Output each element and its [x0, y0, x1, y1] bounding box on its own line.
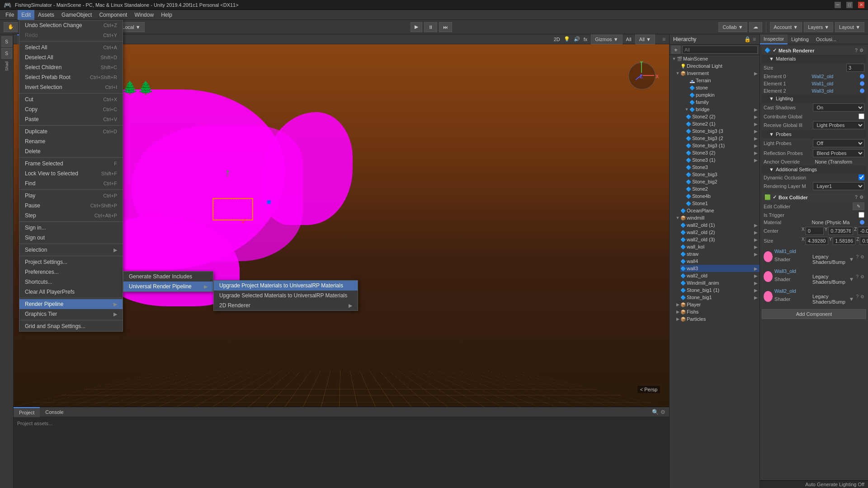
bc-settings[interactable]: ⚙: [859, 195, 863, 200]
close-button[interactable]: ✕: [858, 2, 864, 8]
menu-undo[interactable]: Undo Selection Change Ctrl+Z: [19, 20, 123, 30]
tree-item-stone3-2[interactable]: 🔷 Stone3 (2) ▶: [686, 149, 760, 156]
tree-item-stonebig3[interactable]: 🔷 Stone_big3: [686, 171, 760, 178]
tree-item-wall2old-1[interactable]: 🔷 wall2_old (1) ▶: [680, 221, 760, 229]
center-x-input[interactable]: [806, 227, 824, 235]
menu-cut[interactable]: Cut Ctrl+X: [19, 94, 123, 104]
step-button[interactable]: ⏭: [439, 22, 452, 32]
tree-item-player[interactable]: ▶ 📦 Player: [675, 301, 760, 308]
menu-copy[interactable]: Copy Ctrl+C: [19, 104, 123, 114]
element0-value[interactable]: Wall2_old: [812, 74, 859, 79]
w2-settings[interactable]: ⚙: [860, 294, 864, 299]
center-z-input[interactable]: [858, 227, 868, 235]
close-panel-btn[interactable]: ⚙: [660, 407, 665, 417]
wall3-name[interactable]: Wall3_old: [774, 268, 854, 274]
add-component-button[interactable]: Add Component: [762, 309, 866, 319]
rendering-layer-dropdown[interactable]: Layer1: [813, 182, 865, 190]
contribute-global-checkbox[interactable]: [859, 113, 864, 119]
menu-help[interactable]: Help: [157, 10, 176, 20]
tree-item-wall2old-2[interactable]: 🔷 wall2_old (2) ▶: [680, 229, 760, 236]
tree-item-inverment[interactable]: ▼ 📦 Inverment ▶: [675, 70, 760, 77]
tree-item-bridge[interactable]: ▼ 🔷 bridge ▶: [680, 106, 760, 113]
menu-deselect-all[interactable]: Deselect All Shift+D: [19, 52, 123, 62]
menu-sign-out[interactable]: Sign out: [19, 233, 123, 243]
tree-item-wall4[interactable]: 🔷 wall4: [680, 258, 760, 265]
menu-graphics-tier[interactable]: Graphics Tier ▶: [19, 309, 123, 319]
mr-settings[interactable]: ⚙: [859, 48, 863, 53]
menu-rename[interactable]: Rename: [19, 136, 123, 146]
tree-item-stone3-1[interactable]: 🔷 Stone3 (1) ▶: [686, 156, 760, 164]
menu-file[interactable]: File: [2, 10, 18, 20]
tab-lighting[interactable]: Lighting: [788, 34, 812, 44]
tree-item-oceanplane[interactable]: 🔷 OceanPlane: [675, 207, 760, 214]
tree-item-stonebig3-2[interactable]: 🔷 Stone_big3 (2 ▶: [686, 135, 760, 142]
menu-pause[interactable]: Pause Ctrl+Shift+P: [19, 201, 123, 211]
menu-select-all[interactable]: Select All Ctrl+A: [19, 42, 123, 52]
tree-item-wall2old-3[interactable]: 🔷 wall2_old (3) ▶: [680, 236, 760, 243]
menu-duplicate[interactable]: Duplicate Ctrl+D: [19, 127, 123, 136]
materials-size-input[interactable]: [846, 64, 864, 72]
tree-item-particles[interactable]: ▶ 📦 Particles: [675, 315, 760, 323]
pause-button[interactable]: ⏸: [424, 22, 437, 32]
dynamic-occlusion-checkbox[interactable]: [859, 174, 864, 180]
account-button[interactable]: Account ▼: [770, 22, 802, 32]
w3-question[interactable]: ?: [856, 274, 859, 279]
hierarchy-menu-icon[interactable]: ≡: [753, 36, 756, 42]
tree-item-wall2old[interactable]: 🔷 wall2_old ▶: [680, 272, 760, 279]
tree-item-wall3[interactable]: 🔷 wall3 ▶: [680, 265, 760, 272]
tree-item-stone4b[interactable]: 🔷 Stone4b: [686, 192, 760, 200]
tree-item-windmill[interactable]: ▼ 📦 windmill: [675, 214, 760, 221]
tab-inspector[interactable]: Inspector: [760, 34, 788, 44]
tree-item-stone2[interactable]: 🔷 Stone2: [686, 185, 760, 192]
is-trigger-checkbox[interactable]: [859, 212, 864, 218]
light-probes-dropdown[interactable]: Off Blend Probes: [813, 139, 865, 147]
all-dropdown[interactable]: All ▼: [635, 34, 655, 44]
menu-window[interactable]: Window: [131, 10, 157, 20]
tree-item-stone2-2[interactable]: 🔷 Stone2 (2) ▶: [686, 113, 760, 120]
tree-item-stonebig1[interactable]: 🔷 Stone_big1 ▶: [680, 294, 760, 301]
menu-step[interactable]: Step Ctrl+Alt+P: [19, 211, 123, 221]
tree-item-wallkol[interactable]: 🔷 wall_kol ▶: [680, 243, 760, 250]
tree-item-stonebig1-1[interactable]: 🔷 Stone_big1 (1) ▶: [680, 286, 760, 294]
tree-item-directional-light[interactable]: 💡 Directional Light: [675, 62, 760, 70]
size-z-input[interactable]: [860, 237, 868, 245]
w1-settings[interactable]: ⚙: [860, 254, 864, 259]
size-x-input[interactable]: [806, 237, 828, 245]
w2-question[interactable]: ?: [856, 294, 859, 299]
tree-item-terrain[interactable]: 🗻 Terrain: [680, 77, 760, 84]
menu-invert-selection[interactable]: Invert Selection Ctrl+I: [19, 82, 123, 92]
receive-global-dropdown[interactable]: Light Probes Off: [813, 121, 865, 129]
center-y-input[interactable]: [828, 227, 853, 235]
hierarchy-lock-icon[interactable]: 🔒: [744, 36, 751, 42]
tree-item-family[interactable]: 🔷 family: [680, 99, 760, 106]
menu-gameobject[interactable]: GameObject: [58, 10, 95, 20]
menu-clear-playerprefs[interactable]: Clear All PlayerPrefs: [19, 287, 123, 297]
tree-item-stonebig3-3[interactable]: 🔷 Stone_big3 (3 ▶: [686, 127, 760, 135]
mesh-renderer-check[interactable]: ✓: [773, 47, 777, 53]
menu-component[interactable]: Component: [95, 10, 131, 20]
tree-item-pumpkin[interactable]: 🔷 pumpkin: [680, 91, 760, 99]
scene-view-lighting[interactable]: 💡: [564, 36, 570, 42]
element1-value[interactable]: Wall1_old: [812, 81, 859, 86]
gizmos-button[interactable]: Gizmos ▼: [591, 34, 622, 44]
tab-console[interactable]: Console: [40, 407, 69, 417]
box-collider-header[interactable]: 🟩 ✓ Box Collider ? ⚙: [762, 193, 866, 202]
menu-frame-selected[interactable]: Frame Selected F: [19, 159, 123, 169]
mesh-renderer-header[interactable]: 🔷 ✓ Mesh Renderer ? ⚙: [762, 46, 866, 55]
menu-assets[interactable]: Assets: [34, 10, 58, 20]
tree-item-stone1[interactable]: 🔷 Stone1: [686, 200, 760, 207]
additional-settings-header[interactable]: ▼ Additional Settings: [762, 165, 866, 174]
size-y-input[interactable]: [833, 237, 855, 245]
lighting-subsection-header[interactable]: ▼ Lighting: [762, 94, 866, 103]
play-button[interactable]: ▶: [410, 22, 422, 32]
layout-button[interactable]: Layout ▼: [835, 22, 864, 32]
menu-select-children[interactable]: Select Children Shift+C: [19, 62, 123, 72]
tree-item-straw[interactable]: 🔷 straw ▶: [680, 250, 760, 258]
menu-sign-in[interactable]: Sign in...: [19, 223, 123, 233]
tree-item-stonebig3-1[interactable]: 🔷 Stone_big3 (1) ▶: [686, 142, 760, 149]
menu-generate-shader[interactable]: Generate Shader Includes: [123, 272, 213, 282]
tree-item-fishs[interactable]: ▶ 📦 Fishs: [675, 308, 760, 315]
tree-item-windmill-anim[interactable]: 🔷 Windmill_anim ▶: [680, 279, 760, 286]
w3-settings[interactable]: ⚙: [860, 274, 864, 279]
menu-urp[interactable]: Universal Render Pipeline ▶: [123, 282, 213, 291]
